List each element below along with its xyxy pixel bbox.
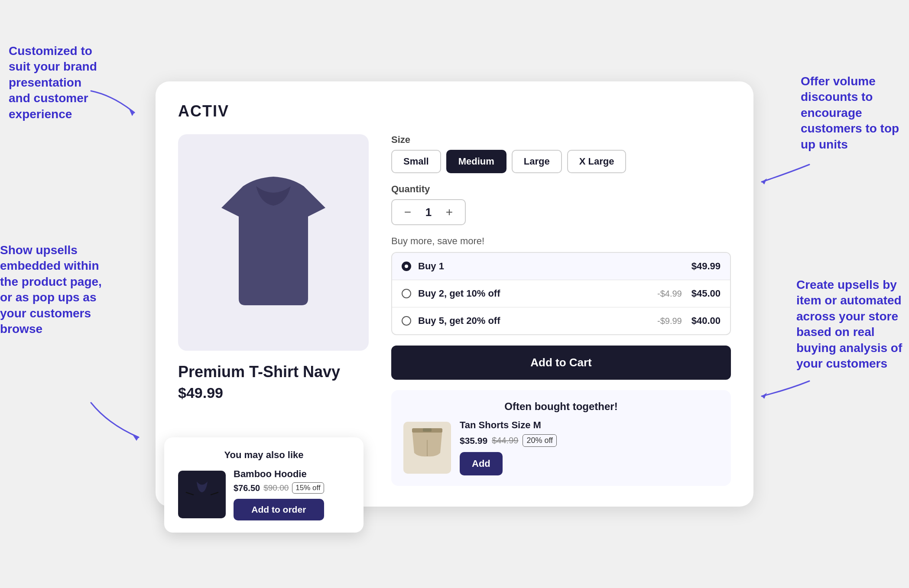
add-to-cart-button[interactable]: Add to Cart [391, 346, 731, 380]
discount-savings-3: -$9.99 [657, 316, 682, 326]
discount-price-1: $49.99 [691, 261, 721, 272]
radio-buy5 [402, 316, 411, 326]
hoodie-image [178, 471, 226, 518]
size-section: Size Small Medium Large X Large [391, 134, 731, 173]
together-price-old: $44.99 [492, 436, 518, 446]
quantity-plus[interactable]: + [442, 204, 457, 220]
volume-discount-section: Buy more, save more! Buy 1 $49.99 Buy 2,… [391, 236, 731, 335]
discount-options: Buy 1 $49.99 Buy 2, get 10% off -$4.99 $… [391, 252, 731, 335]
shorts-image [403, 422, 451, 474]
size-small[interactable]: Small [391, 150, 441, 173]
product-image [178, 134, 369, 351]
discount-label-3: Buy 5, get 20% off [418, 315, 650, 326]
discount-price-3: $40.00 [691, 315, 721, 326]
quantity-label: Quantity [391, 184, 731, 195]
upsell-price-old: $90.00 [263, 483, 289, 493]
product-price: $49.99 [178, 384, 369, 401]
size-options: Small Medium Large X Large [391, 150, 731, 173]
size-label: Size [391, 134, 731, 145]
product-card: ACTIV Premium T-Shirt Navy $49.99 [156, 81, 753, 507]
tshirt-image [213, 169, 334, 316]
left-column: Premium T-Shirt Navy $49.99 [178, 134, 369, 486]
card-body: Premium T-Shirt Navy $49.99 Size Small M… [178, 134, 731, 486]
discount-label-2: Buy 2, get 10% off [418, 288, 650, 299]
discount-savings-2: -$4.99 [657, 289, 682, 299]
brand-logo: ACTIV [178, 102, 731, 120]
quantity-control: − 1 + [391, 199, 466, 225]
arrow-top-right [757, 160, 814, 186]
annotation-bottom-left: Show upsells embedded within the product… [0, 242, 104, 337]
upsell-prices: $76.50 $90.00 15% off [234, 482, 324, 494]
upsell-discount-badge: 15% off [292, 482, 324, 494]
arrow-bottom-left [87, 398, 143, 442]
together-name: Tan Shorts Size M [460, 420, 719, 431]
size-large[interactable]: Large [512, 150, 562, 173]
svg-marker-1 [133, 435, 139, 441]
upsell-item: Bamboo Hoodie $76.50 $90.00 15% off Add … [178, 468, 350, 520]
svg-marker-2 [762, 178, 767, 184]
hoodie-svg [184, 475, 221, 514]
radio-buy1 [402, 262, 411, 271]
discount-option-1[interactable]: Buy 1 $49.99 [392, 253, 730, 280]
together-price-current: $35.99 [460, 436, 487, 446]
discount-option-2[interactable]: Buy 2, get 10% off -$4.99 $45.00 [392, 280, 730, 307]
discount-label-1: Buy 1 [418, 261, 685, 272]
together-discount-badge: 20% off [523, 434, 557, 447]
quantity-value: 1 [424, 206, 433, 219]
size-medium[interactable]: Medium [446, 150, 506, 173]
shorts-svg [410, 427, 445, 468]
add-to-order-button[interactable]: Add to order [234, 499, 324, 520]
annotation-top-left: Customized to suit your brand presentati… [9, 43, 104, 122]
together-info: Tan Shorts Size M $35.99 $44.99 20% off … [460, 420, 719, 475]
arrow-bottom-right [757, 377, 814, 403]
together-prices: $35.99 $44.99 20% off [460, 434, 719, 447]
volume-label: Buy more, save more! [391, 236, 731, 247]
upsell-price-current: $76.50 [234, 483, 260, 493]
right-column: Size Small Medium Large X Large Quantity… [391, 134, 731, 486]
annotation-bottom-right: Create upsells by item or automated acro… [796, 277, 909, 372]
svg-rect-5 [423, 428, 432, 432]
quantity-section: Quantity − 1 + [391, 184, 731, 225]
page-wrapper: Customized to suit your brand presentati… [0, 0, 909, 588]
upsell-title: You may also like [178, 449, 350, 461]
together-add-button[interactable]: Add [460, 452, 503, 475]
upsell-info: Bamboo Hoodie $76.50 $90.00 15% off Add … [234, 468, 324, 520]
upsell-popup: You may also like Bamboo Hoodie $76.50 [164, 437, 364, 533]
often-title: Often bought together! [403, 401, 719, 413]
quantity-minus[interactable]: − [400, 204, 416, 220]
size-xlarge[interactable]: X Large [567, 150, 627, 173]
card-header: ACTIV [178, 102, 731, 120]
annotation-top-right: Offer volume discounts to encourage cust… [801, 74, 905, 152]
product-name: Premium T-Shirt Navy [178, 363, 369, 381]
often-together-section: Often bought together! [391, 390, 731, 486]
discount-price-2: $45.00 [691, 288, 721, 299]
upsell-name: Bamboo Hoodie [234, 468, 324, 480]
svg-marker-3 [762, 393, 767, 399]
together-item: Tan Shorts Size M $35.99 $44.99 20% off … [403, 420, 719, 475]
svg-marker-0 [129, 109, 134, 116]
radio-buy2 [402, 289, 411, 298]
discount-option-3[interactable]: Buy 5, get 20% off -$9.99 $40.00 [392, 307, 730, 334]
